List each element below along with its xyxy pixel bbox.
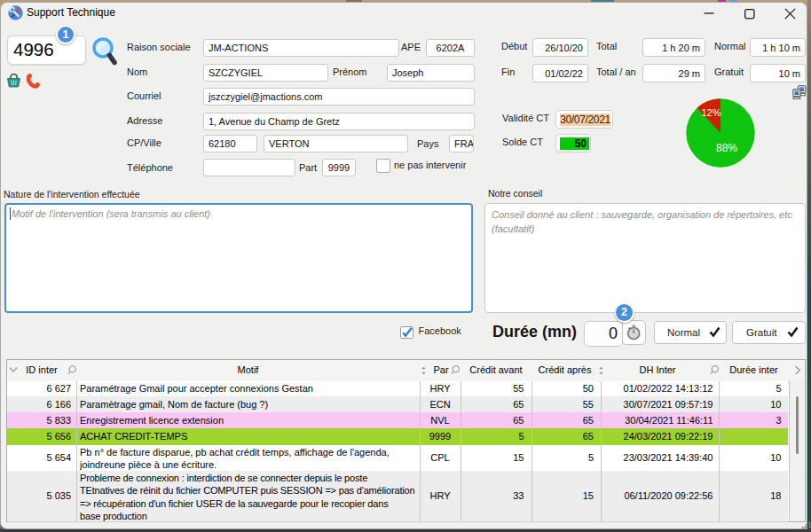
svg-text:12%: 12% [701,107,720,118]
svg-text:88%: 88% [716,142,737,154]
